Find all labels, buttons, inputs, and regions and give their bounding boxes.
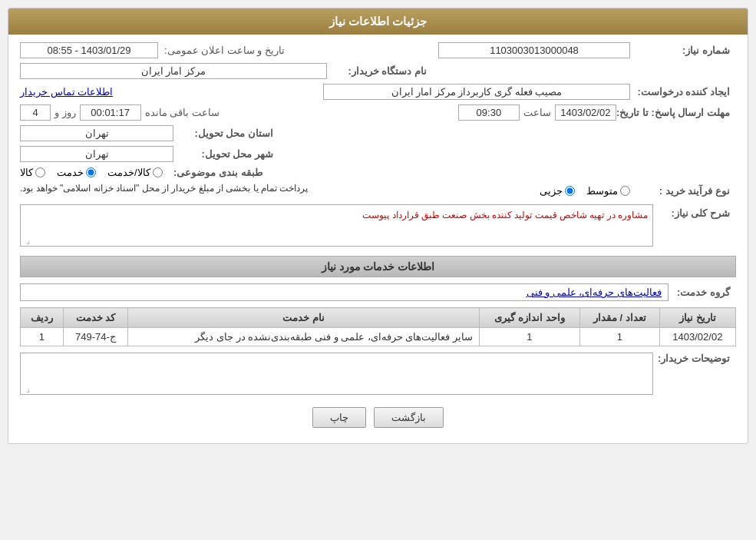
creator-label: ایجاد کننده درخواست:: [630, 86, 730, 98]
buyer-org-label: نام دستگاه خریدار:: [327, 65, 427, 77]
response-days-label: روز و: [54, 107, 76, 118]
col-unit: واحد اندازه گیری: [480, 308, 580, 328]
cell-service-name: سایر فعالیت‌های حرفه‌ای، علمی و فنی طبقه…: [128, 328, 480, 346]
creator-value: مصیب فعله گری کاربرداز مرکز امار ایران: [323, 84, 630, 100]
category-kala[interactable]: کالا: [20, 167, 45, 178]
announcement-date-label: تاریخ و ساعت اعلان عمومی:: [164, 45, 285, 56]
cell-unit: 1: [480, 328, 580, 346]
response-time-label: ساعت: [523, 107, 551, 118]
col-service-code: کد خدمت: [63, 308, 127, 328]
cell-service-code: ج-74-749: [63, 328, 127, 346]
description-section: شرح کلی نیاز: مشاوره در تهیه شاخص قیمت ت…: [20, 204, 736, 250]
action-buttons: بازگشت چاپ: [20, 407, 736, 428]
need-number-label: شماره نیاز:: [630, 45, 730, 56]
response-deadline-row: مهلت ارسال پاسخ: تا تاریخ: 1403/02/02 سا…: [20, 104, 736, 121]
purchase-type-row: نوع فرآیند خرید : متوسط جزیی پرداخت تمام…: [20, 183, 736, 198]
purchase-type-label: نوع فرآیند خرید :: [630, 185, 730, 197]
need-number-value: 1103003013000048: [438, 42, 630, 58]
category-label: طبقه بندی موضوعی:: [163, 167, 262, 178]
category-radio-group: کالا/خدمت خدمت کالا: [20, 167, 163, 178]
page-wrapper: جزئیات اطلاعات نیاز شماره نیاز: 11030030…: [0, 0, 756, 540]
purchase-type-radio-group: متوسط جزیی: [540, 185, 630, 197]
need-number-row: شماره نیاز: 1103003013000048 تاریخ و ساع…: [20, 42, 736, 58]
panel-title: جزئیات اطلاعات نیاز: [329, 15, 427, 28]
buyer-org-value: مرکز امار ایران: [20, 63, 327, 79]
response-time-value: 09:30: [458, 104, 520, 121]
purchase-motavaset[interactable]: متوسط: [586, 185, 630, 197]
purchase-note: پرداخت تمام یا بخشی از مبلغ خریدار از مح…: [20, 183, 308, 194]
purchase-jozii[interactable]: جزیی: [540, 185, 575, 197]
response-date-value: 1403/02/02: [555, 104, 616, 121]
response-days-value: 4: [20, 104, 51, 121]
category-row: طبقه بندی موضوعی: کالا/خدمت خدمت کالا: [20, 167, 736, 178]
province-label: استان محل تحویل:: [173, 128, 273, 139]
contact-link[interactable]: اطلاعات تماس خریدار: [20, 86, 113, 98]
main-panel: جزئیات اطلاعات نیاز شماره نیاز: 11030030…: [8, 8, 748, 444]
creator-row: ایجاد کننده درخواست: مصیب فعله گری کاربر…: [20, 84, 736, 100]
col-need-date: تاریخ نیاز: [659, 308, 735, 328]
category-khedmat[interactable]: خدمت: [57, 167, 96, 178]
province-row: استان محل تحویل: تهران: [20, 125, 736, 141]
response-remaining-value: 00:01:17: [80, 104, 141, 121]
buyer-notes-label: توضیحات خریدار:: [653, 353, 730, 364]
service-group-label: گروه خدمت:: [669, 287, 730, 298]
services-section-title: اطلاعات خدمات مورد نیاز: [20, 256, 736, 277]
col-row-num: ردیف: [21, 308, 64, 328]
col-service-name: نام خدمت: [128, 308, 480, 328]
print-button[interactable]: چاپ: [312, 407, 366, 428]
cell-quantity: 1: [579, 328, 659, 346]
buyer-notes-box[interactable]: ⌟: [20, 353, 653, 395]
cell-row-num: 1: [21, 328, 64, 346]
service-group-value[interactable]: فعالیت‌های حرفه‌ای، علمی و فنی: [20, 283, 669, 301]
announcement-date-value: 1403/01/29 - 08:55: [20, 42, 158, 58]
panel-body: شماره نیاز: 1103003013000048 تاریخ و ساع…: [8, 35, 748, 443]
city-row: شهر محل تحویل: تهران: [20, 146, 736, 162]
province-value: تهران: [20, 125, 173, 141]
cell-need-date: 1403/02/02: [659, 328, 735, 346]
response-remaining-label: ساعت باقی مانده: [145, 107, 220, 118]
service-group-row: گروه خدمت: فعالیت‌های حرفه‌ای، علمی و فن…: [20, 283, 736, 301]
resize-handle[interactable]: ⌟: [22, 237, 30, 244]
city-label: شهر محل تحویل:: [173, 148, 273, 160]
back-button[interactable]: بازگشت: [374, 407, 444, 428]
response-deadline-label: مهلت ارسال پاسخ: تا تاریخ:: [616, 107, 730, 118]
description-value: مشاوره در تهیه شاخص قیمت تولید کننده بخش…: [362, 210, 648, 220]
col-quantity: تعداد / مقدار: [579, 308, 659, 328]
table-header-row: تاریخ نیاز تعداد / مقدار واحد اندازه گیر…: [21, 308, 736, 328]
description-box: مشاوره در تهیه شاخص قیمت تولید کننده بخش…: [20, 204, 653, 247]
buyer-notes-resize-handle[interactable]: ⌟: [22, 385, 30, 393]
services-table: تاریخ نیاز تعداد / مقدار واحد اندازه گیر…: [20, 307, 736, 346]
panel-header: جزئیات اطلاعات نیاز: [8, 8, 748, 35]
buyer-org-row: نام دستگاه خریدار: مرکز امار ایران: [20, 63, 736, 79]
category-kala-khedmat[interactable]: کالا/خدمت: [107, 167, 163, 178]
table-row: 1403/02/02 1 1 سایر فعالیت‌های حرفه‌ای، …: [21, 328, 736, 346]
buyer-notes-row: توضیحات خریدار: ⌟: [20, 353, 736, 399]
description-label: شرح کلی نیاز:: [653, 207, 730, 219]
city-value: تهران: [20, 146, 173, 162]
